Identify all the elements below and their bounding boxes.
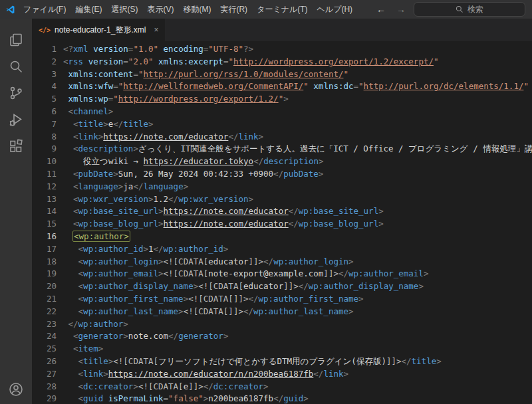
code-line[interactable]: 3 xmlns:content="http://purl.org/rss/1.0… (32, 68, 532, 81)
editor[interactable]: 1<?xml version="1.0" encoding="UTF-8"?>2… (32, 41, 532, 404)
line-number[interactable]: 25 (32, 343, 57, 355)
line-number[interactable]: 2 (32, 56, 57, 68)
code-line[interactable]: 8 <link>https://note.com/educator</link> (32, 131, 532, 144)
line-number[interactable]: 22 (32, 306, 57, 318)
code-line[interactable]: 11 <pubDate>Sun, 26 May 2024 00:42:33 +0… (32, 168, 532, 181)
line-number[interactable]: 19 (32, 268, 57, 280)
code-line-content[interactable]: </wp:author> (57, 318, 532, 331)
search-sidebar-icon[interactable] (0, 53, 32, 80)
code-line[interactable]: 15 <wp:base_blog_url>https://note.com/ed… (32, 218, 532, 231)
command-center-search[interactable]: 検索 (414, 2, 525, 17)
code-line[interactable]: 1<?xml version="1.0" encoding="UTF-8"?> (32, 43, 532, 56)
code-line-content[interactable]: <link>https://note.com/educator/n/n200be… (57, 368, 532, 381)
code-line[interactable]: 14 <wp:base_site_url>https://note.com/ed… (32, 205, 532, 218)
code-line[interactable]: 12 <language>ja</language> (32, 181, 532, 193)
code-line-content[interactable]: <wp:author_display_name><![CDATA[educato… (57, 280, 532, 293)
code-line[interactable]: 28 <dc:creator><![CDATA[e]]></dc:creator… (32, 381, 532, 393)
code-line[interactable]: 27 <link>https://note.com/educator/n/n20… (32, 368, 532, 381)
code-line-content[interactable]: <title><![CDATA[フリーソフトだけで何とかするDTM用のプラグイン… (57, 355, 532, 368)
source-control-icon[interactable] (0, 80, 32, 106)
code-line-content[interactable]: <language>ja</language> (57, 181, 532, 193)
code-line-content[interactable]: <wp:wxr_version>1.2</wp:wxr_version> (57, 193, 532, 206)
line-number[interactable]: 17 (32, 243, 57, 256)
line-number[interactable]: 15 (32, 218, 57, 231)
line-number[interactable]: 24 (32, 330, 57, 343)
code-line[interactable]: 5 xmlns:wp="http://wordpress.org/export/… (32, 93, 532, 106)
code-line[interactable]: 19 <wp:author_email><![CDATA[note-export… (32, 268, 532, 280)
line-number[interactable]: 29 (32, 393, 57, 404)
back-arrow-icon[interactable]: ← (372, 4, 390, 15)
line-number[interactable]: 20 (32, 280, 57, 293)
code-line[interactable]: 24 <generator>note.com</generator> (32, 330, 532, 343)
code-line[interactable]: 22 <wp:author_last_name><![CDATA[]]></wp… (32, 306, 532, 318)
line-number[interactable]: 26 (32, 355, 57, 368)
line-number[interactable]: 5 (32, 93, 57, 106)
code-line-content[interactable]: <description>ざっくり、IT関連全般をサポートする人。過去に「ICT… (57, 143, 532, 155)
code-line-content[interactable]: <wp:base_site_url>https://note.com/educa… (57, 205, 532, 218)
line-number[interactable]: 1 (32, 43, 57, 56)
code-line[interactable]: 29 <guid isPermaLink="false">n200bea6187… (32, 393, 532, 404)
code-line-content[interactable]: <rss version="2.0" xmlns:excerpt="http:/… (57, 56, 532, 68)
code-line[interactable]: 10 役立つwiki → https://educator.tokyo</des… (32, 155, 532, 168)
code-line[interactable]: 20 <wp:author_display_name><![CDATA[educ… (32, 280, 532, 293)
code-line-content[interactable]: 役立つwiki → https://educator.tokyo</descri… (57, 155, 532, 168)
menu-help[interactable]: ヘルプ(H) (313, 3, 358, 16)
line-number[interactable]: 6 (32, 106, 57, 118)
code-line-content[interactable]: <generator>note.com</generator> (57, 330, 532, 343)
tab-note-educator-xml[interactable]: </> note-educator-1_整形.xml × (32, 19, 166, 41)
code-line-content[interactable]: <?xml version="1.0" encoding="UTF-8"?> (57, 43, 532, 56)
code-line[interactable]: 25 <item> (32, 343, 532, 355)
code-line-content[interactable]: <dc:creator><![CDATA[e]]></dc:creator> (57, 381, 532, 393)
line-number[interactable]: 23 (32, 318, 57, 331)
menu-go[interactable]: 移動(M) (178, 3, 215, 16)
code-line-content[interactable]: <link>https://note.com/educator</link> (57, 131, 532, 144)
line-number[interactable]: 14 (32, 205, 57, 218)
line-number[interactable]: 9 (32, 143, 57, 155)
code-line[interactable]: 21 <wp:author_first_name><![CDATA[]]></w… (32, 293, 532, 306)
line-number[interactable]: 16 (32, 231, 57, 243)
menu-edit[interactable]: 編集(E) (70, 3, 106, 16)
code-line-content[interactable]: <wp:author_id>1</wp:author_id> (57, 243, 532, 256)
line-number[interactable]: 21 (32, 293, 57, 306)
menu-view[interactable]: 表示(V) (142, 3, 178, 16)
line-number[interactable]: 8 (32, 131, 57, 144)
code-line[interactable]: 26 <title><![CDATA[フリーソフトだけで何とかするDTM用のプラ… (32, 355, 532, 368)
line-number[interactable]: 13 (32, 193, 57, 206)
code-line[interactable]: 6 <channel> (32, 106, 532, 118)
code-line-content[interactable]: <wp:author_first_name><![CDATA[]]></wp:a… (57, 293, 532, 306)
code-line-content[interactable]: <wp:author_login><![CDATA[educator]]></w… (57, 256, 532, 268)
menu-selection[interactable]: 選択(S) (106, 3, 142, 16)
code-line-content[interactable]: <pubDate>Sun, 26 May 2024 00:42:33 +0900… (57, 168, 532, 181)
tab-close-icon[interactable]: × (154, 25, 158, 35)
line-number[interactable]: 4 (32, 80, 57, 93)
code-line-content[interactable]: <wp:author_last_name><![CDATA[]]></wp:au… (57, 306, 532, 318)
code-line[interactable]: 7 <title>e</title> (32, 118, 532, 131)
line-number[interactable]: 18 (32, 256, 57, 268)
menu-terminal[interactable]: ターミナル(T) (252, 3, 312, 16)
code-line[interactable]: 2<rss version="2.0" xmlns:excerpt="http:… (32, 56, 532, 68)
menu-file[interactable]: ファイル(F) (19, 3, 70, 16)
code-line-content[interactable]: <wp:base_blog_url>https://note.com/educa… (57, 218, 532, 231)
code-line-content[interactable]: <title>e</title> (57, 118, 532, 131)
extensions-icon[interactable] (0, 133, 32, 159)
code-line-content[interactable]: <wp:author> (57, 231, 532, 243)
line-number[interactable]: 10 (32, 155, 57, 168)
code-line[interactable]: 23 </wp:author> (32, 318, 532, 331)
code-line[interactable]: 16 <wp:author> (32, 231, 532, 243)
forward-arrow-icon[interactable]: → (392, 4, 410, 15)
explorer-icon[interactable] (0, 27, 32, 53)
code-line-content[interactable]: <item> (57, 343, 532, 355)
code-line-content[interactable]: xmlns:wp="http://wordpress.org/export/1.… (57, 93, 532, 106)
menu-run[interactable]: 実行(R) (215, 3, 252, 16)
line-number[interactable]: 3 (32, 68, 57, 81)
line-number[interactable]: 7 (32, 118, 57, 131)
code-line[interactable]: 18 <wp:author_login><![CDATA[educator]]>… (32, 256, 532, 268)
code-line[interactable]: 13 <wp:wxr_version>1.2</wp:wxr_version> (32, 193, 532, 206)
code-line[interactable]: 4 xmlns:wfw="http://wellformedweb.org/Co… (32, 80, 532, 93)
code-line-content[interactable]: <channel> (57, 106, 532, 118)
code-line[interactable]: 9 <description>ざっくり、IT関連全般をサポートする人。過去に「I… (32, 143, 532, 155)
code-line-content[interactable]: <guid isPermaLink="false">n200bea6187fb<… (57, 393, 532, 404)
code-line-content[interactable]: xmlns:wfw="http://wellformedweb.org/Comm… (57, 80, 532, 93)
account-icon[interactable] (0, 377, 32, 404)
line-number[interactable]: 27 (32, 368, 57, 381)
